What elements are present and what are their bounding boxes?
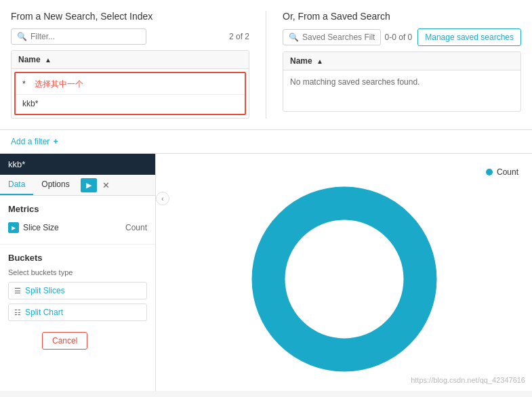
saved-filter-input-wrap[interactable]: 🔍 (283, 29, 381, 45)
cancel-button[interactable]: Cancel (42, 332, 87, 350)
left-config-panel: kkb* Data Options ▶ ✕ Metrics ▶ Slice Si… (0, 154, 156, 391)
buckets-title: Buckets (8, 253, 147, 263)
tab-data[interactable]: Data (0, 175, 33, 195)
split-chart-icon: ☷ (14, 308, 21, 317)
saved-name-header: Name ▲ (283, 52, 520, 70)
bucket-split-slices[interactable]: ☰ Split Slices (8, 282, 147, 299)
metrics-title: Metrics (8, 204, 147, 214)
new-search-title: From a New Search, Select Index (11, 11, 249, 22)
new-search-filter-row: 🔍 2 of 2 (11, 28, 249, 45)
buckets-subtitle: Select buckets type (8, 268, 147, 276)
saved-sort-arrow: ▲ (316, 58, 323, 65)
metric-value: Count (125, 223, 147, 232)
chart-panel: Count https://blog.csdn.net/qq_42347616 (156, 154, 532, 391)
bucket-split-slices-label: Split Slices (25, 286, 65, 295)
metric-icon: ▶ (8, 222, 19, 233)
filter-input[interactable] (30, 32, 140, 41)
tab-row: Data Options ▶ ✕ (0, 175, 155, 196)
panel-divider (266, 11, 266, 119)
panel-header: kkb* (0, 154, 155, 175)
panel-header-title: kkb* (8, 159, 25, 169)
saved-search-icon: 🔍 (289, 33, 299, 42)
index-results-body: * 选择其中一个 kkb* (12, 72, 249, 115)
index-item-star[interactable]: * 选择其中一个 (16, 75, 245, 95)
filter-count: 2 of 2 (229, 32, 249, 41)
metric-item-slicesize: ▶ Slice Size Count (8, 220, 147, 236)
collapse-button[interactable]: ‹ (156, 192, 169, 205)
saved-search-title: Or, From a Saved Search (283, 11, 521, 22)
saved-filter-input[interactable] (302, 33, 375, 42)
watermark: https://blog.csdn.net/qq_42347616 (411, 376, 525, 384)
saved-filter-count: 0-0 of 0 (385, 33, 413, 42)
saved-results-body: No matching saved searches found. (283, 70, 520, 111)
metric-left: ▶ Slice Size (8, 222, 59, 233)
legend-dot (486, 169, 493, 175)
metrics-section: Metrics ▶ Slice Size Count (0, 196, 155, 244)
close-button[interactable]: ✕ (100, 177, 112, 193)
saved-search-panel: Or, From a Saved Search 🔍 0-0 of 0 Manag… (283, 11, 521, 119)
add-filter-plus: + (54, 137, 58, 146)
metric-name: Slice Size (23, 223, 59, 232)
saved-results-table: Name ▲ No matching saved searches found. (283, 51, 521, 112)
selected-items-group: * 选择其中一个 kkb* (14, 72, 246, 115)
legend-label: Count (497, 167, 518, 177)
sort-arrow: ▲ (45, 56, 52, 64)
top-section: From a New Search, Select Index 🔍 2 of 2… (0, 0, 532, 130)
index-item-kkb[interactable]: kkb* (16, 95, 245, 112)
new-search-panel: From a New Search, Select Index 🔍 2 of 2… (11, 11, 249, 119)
tab-options[interactable]: Options (33, 175, 77, 195)
index-results-table: Name ▲ * 选择其中一个 kkb* (11, 50, 249, 119)
svg-point-1 (302, 236, 387, 322)
index-name-header: Name ▲ (12, 51, 249, 69)
legend-area: Count (486, 167, 518, 177)
manage-saved-searches-button[interactable]: Manage saved searches (417, 28, 521, 46)
bottom-section: kkb* Data Options ▶ ✕ Metrics ▶ Slice Si… (0, 154, 532, 391)
filter-input-wrap[interactable]: 🔍 (11, 28, 146, 45)
play-button[interactable]: ▶ (81, 178, 97, 192)
split-slices-icon: ☰ (14, 287, 21, 295)
bucket-split-chart-label: Split Chart (25, 308, 63, 317)
search-icon: 🔍 (17, 32, 27, 41)
no-results-text: No matching saved searches found. (283, 70, 520, 93)
add-filter-label: Add a filter (11, 137, 49, 146)
bucket-split-chart[interactable]: ☷ Split Chart (8, 304, 147, 321)
add-filter-bar[interactable]: Add a filter + (0, 130, 532, 154)
saved-search-filter-row: 🔍 0-0 of 0 Manage saved searches (283, 28, 521, 46)
donut-svg (249, 184, 439, 374)
donut-chart (249, 184, 439, 374)
buckets-section: Buckets Select buckets type ☰ Split Slic… (0, 244, 155, 358)
